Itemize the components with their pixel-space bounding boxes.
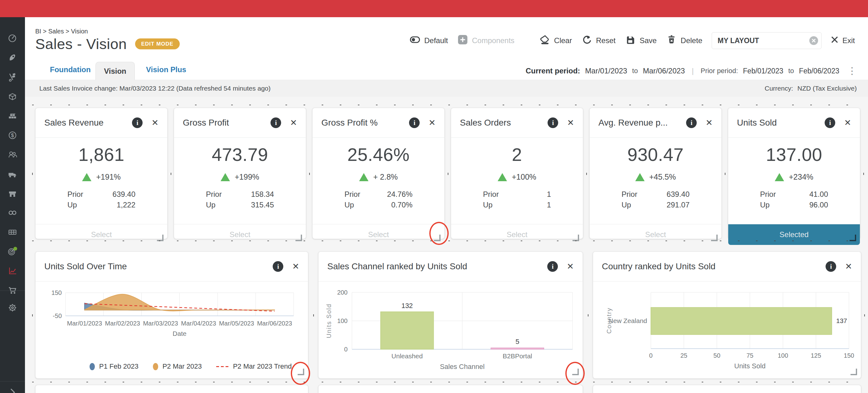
info-icon[interactable]: i [686, 117, 697, 128]
target-goal-icon[interactable] [0, 245, 25, 258]
svg-text:Mar/04/2023: Mar/04/2023 [181, 320, 216, 327]
kpi-up-label: Up [206, 200, 216, 210]
dashboard-gauge-icon[interactable] [0, 32, 25, 45]
clear-button[interactable]: Clear [539, 34, 572, 47]
resize-handle[interactable] [849, 234, 856, 241]
exit-button[interactable]: Exit [831, 36, 855, 45]
save-button[interactable]: Save [625, 34, 657, 47]
selected-button[interactable]: Selected [728, 224, 860, 245]
info-icon[interactable]: i [547, 261, 558, 272]
grid-dash-tick [863, 173, 864, 175]
grid-dashed-line [32, 382, 861, 383]
info-icon[interactable]: i [132, 117, 143, 128]
edit-mode-badge: EDIT MODE [135, 38, 180, 49]
dollar-sales-icon[interactable]: $ [0, 129, 25, 142]
bi-chart-icon-active[interactable] [0, 264, 25, 277]
svg-text:150: 150 [844, 352, 854, 359]
svg-text:50: 50 [714, 352, 720, 359]
kpi-up-label: Up [67, 200, 77, 210]
close-icon[interactable]: ✕ [567, 261, 574, 272]
kebab-menu-icon[interactable]: ⋮ [847, 68, 857, 74]
collapse-chevron-icon[interactable] [0, 386, 25, 393]
svg-text:200: 200 [337, 289, 348, 296]
tab-vision-plus[interactable]: Vision Plus [146, 65, 186, 74]
current-period-to[interactable]: Mar/06/2023 [643, 66, 685, 75]
close-icon[interactable]: ✕ [706, 118, 713, 128]
legend-item[interactable]: P2 Mar 2023 [153, 362, 202, 370]
select-button[interactable]: Select [174, 224, 306, 245]
tab-foundation[interactable]: Foundation [50, 65, 91, 74]
select-button[interactable]: Select [590, 224, 721, 245]
kpi-value: 2 [451, 144, 583, 165]
svg-text:5: 5 [516, 338, 519, 345]
legend-dash-swatch [216, 366, 229, 367]
settings-gear-icon[interactable] [0, 302, 25, 314]
close-icon[interactable]: ✕ [567, 118, 574, 128]
tab-vision-active[interactable]: Vision [95, 62, 135, 80]
kpi-up-value: 291.07 [667, 200, 689, 210]
resize-handle[interactable] [572, 234, 579, 241]
select-button[interactable]: Select [36, 224, 167, 245]
resize-handle[interactable] [157, 234, 163, 241]
truck-shipping-icon[interactable] [0, 168, 25, 180]
resize-handle[interactable] [572, 369, 579, 375]
kpi-value: 930.47 [590, 144, 721, 165]
close-icon[interactable]: ✕ [151, 118, 158, 128]
info-icon[interactable]: i [271, 117, 281, 128]
layout-name-input[interactable] [712, 32, 822, 49]
info-icon[interactable]: i [825, 117, 835, 128]
svg-text:Sales Channel: Sales Channel [440, 363, 485, 370]
kpi-prior-value: 24.76% [387, 189, 412, 200]
info-icon[interactable]: i [548, 117, 558, 128]
delete-button[interactable]: Delete [666, 34, 702, 47]
resize-handle[interactable] [434, 234, 440, 241]
svg-text:0: 0 [344, 346, 348, 353]
legend-item[interactable]: P2 Mar 2023 Trend [216, 362, 292, 370]
kpi-delta-percent: +191% [96, 172, 121, 181]
resize-handle[interactable] [850, 369, 857, 375]
close-icon[interactable]: ✕ [845, 261, 852, 272]
default-button[interactable]: Default [410, 34, 448, 47]
kpi-delta-percent: +234% [789, 172, 813, 181]
clear-input-icon[interactable] [809, 36, 818, 45]
handtruck-icon[interactable] [0, 71, 25, 83]
svg-text:New Zealand: New Zealand [609, 317, 647, 324]
breadcrumb[interactable]: BI > Sales > Vision [35, 28, 88, 35]
store-icon[interactable] [0, 187, 25, 200]
reset-button[interactable]: Reset [581, 34, 616, 47]
current-period-from[interactable]: Mar/01/2023 [585, 66, 627, 75]
info-icon[interactable]: i [826, 261, 836, 272]
svg-text:125: 125 [811, 352, 821, 359]
kpi-card-sales-orders: Sales Ordersi✕2+100%Prior1Up1Select [451, 108, 583, 239]
grid-dashed-line [32, 105, 861, 105]
select-button[interactable]: Select [451, 224, 583, 245]
legend-item[interactable]: P1 Feb 2023 [90, 362, 138, 370]
refresh-status-text: Last Sales Invoice change: Mar/03/2023 1… [39, 85, 271, 92]
customers-people-icon[interactable] [0, 148, 25, 161]
svg-text:100: 100 [778, 352, 788, 359]
close-icon[interactable]: ✕ [428, 118, 436, 128]
kpi-card-gross-profit: Gross Profiti✕473.79+199%Prior158.34Up31… [174, 108, 306, 239]
select-button[interactable]: Select [313, 224, 444, 245]
bricks-assembly-icon[interactable] [0, 110, 25, 122]
info-icon[interactable]: i [409, 117, 420, 128]
close-icon[interactable]: ✕ [290, 118, 297, 128]
components-button[interactable]: Components [457, 34, 515, 47]
page-title: Sales - Vision [35, 35, 127, 53]
svg-text:25: 25 [681, 352, 687, 359]
prior-period-from[interactable]: Feb/01/2023 [743, 67, 783, 75]
table-grid-icon[interactable] [0, 226, 25, 238]
shopping-cart-icon[interactable] [0, 284, 25, 297]
prior-period-to[interactable]: Feb/06/2023 [799, 67, 839, 75]
trend-up-triangle-icon [775, 173, 784, 181]
close-icon[interactable]: ✕ [844, 118, 851, 128]
resize-handle[interactable] [298, 369, 304, 375]
resize-handle[interactable] [296, 234, 302, 241]
rocket-icon[interactable] [0, 52, 25, 64]
info-icon[interactable]: i [273, 261, 283, 272]
resize-handle[interactable] [711, 234, 718, 241]
close-icon[interactable]: ✕ [292, 261, 299, 272]
links-integration-icon[interactable] [0, 206, 25, 219]
legend-dot-swatch [153, 363, 158, 370]
package-box-icon[interactable] [0, 90, 25, 103]
